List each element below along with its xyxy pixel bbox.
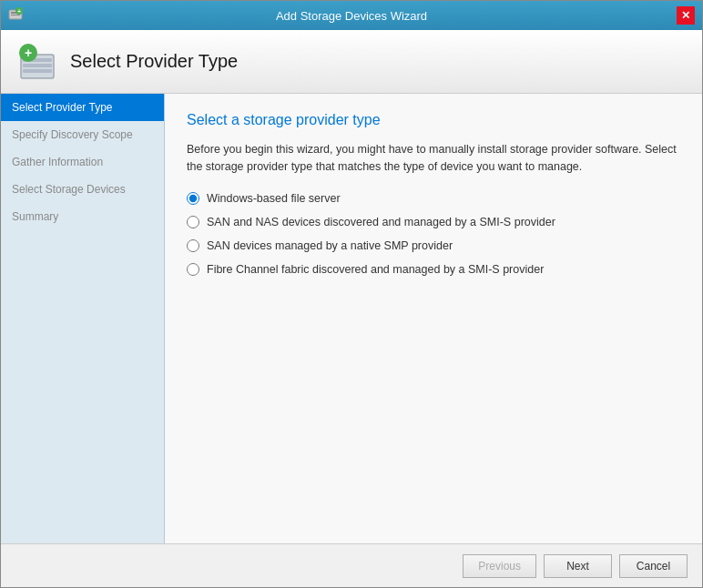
wizard-sidebar: Select Provider Type Specify Discovery S… bbox=[1, 94, 165, 543]
svg-rect-2 bbox=[11, 15, 20, 15]
radio-windows-file-server[interactable] bbox=[187, 192, 199, 205]
sidebar-item-discovery-scope: Specify Discovery Scope bbox=[1, 121, 164, 148]
cancel-button[interactable]: Cancel bbox=[619, 554, 688, 578]
close-button[interactable]: ✕ bbox=[677, 6, 695, 25]
radio-option-san-smp[interactable]: SAN devices managed by a native SMP prov… bbox=[187, 239, 680, 252]
page-title: Select Provider Type bbox=[70, 51, 238, 72]
sidebar-item-select-provider[interactable]: Select Provider Type bbox=[1, 94, 164, 121]
wizard-window: + Add Storage Devices Wizard ✕ + Select … bbox=[0, 0, 703, 588]
sidebar-item-gather-info: Gather Information bbox=[1, 148, 164, 176]
content-area: Select a storage provider type Before yo… bbox=[165, 94, 702, 543]
sidebar-item-storage-devices: Select Storage Devices bbox=[1, 176, 164, 203]
content-title: Select a storage provider type bbox=[187, 112, 680, 128]
svg-rect-8 bbox=[23, 69, 52, 73]
sidebar-item-summary: Summary bbox=[1, 203, 164, 230]
svg-text:+: + bbox=[25, 46, 32, 60]
radio-san-smp[interactable] bbox=[187, 239, 199, 252]
wizard-footer: Previous Next Cancel bbox=[1, 543, 702, 587]
radio-option-fibre[interactable]: Fibre Channel fabric discovered and mana… bbox=[187, 263, 680, 276]
radio-fibre-channel[interactable] bbox=[187, 263, 199, 276]
radio-option-windows[interactable]: Windows-based file server bbox=[187, 192, 680, 205]
provider-type-radio-group: Windows-based file server SAN and NAS de… bbox=[187, 192, 680, 276]
radio-fibre-label[interactable]: Fibre Channel fabric discovered and mana… bbox=[207, 263, 544, 276]
next-button[interactable]: Next bbox=[544, 554, 612, 578]
previous-button[interactable]: Previous bbox=[463, 554, 536, 578]
content-description: Before you begin this wizard, you might … bbox=[187, 141, 680, 176]
radio-option-san-nas[interactable]: SAN and NAS devices discovered and manag… bbox=[187, 216, 680, 228]
radio-san-smp-label[interactable]: SAN devices managed by a native SMP prov… bbox=[207, 239, 453, 252]
radio-windows-label[interactable]: Windows-based file server bbox=[207, 192, 341, 205]
title-bar-icon: + bbox=[8, 6, 26, 25]
radio-san-nas-label[interactable]: SAN and NAS devices discovered and manag… bbox=[207, 216, 555, 228]
wizard-header: + Select Provider Type bbox=[1, 30, 702, 94]
radio-san-nas[interactable] bbox=[187, 216, 199, 228]
main-content: Select Provider Type Specify Discovery S… bbox=[1, 94, 702, 543]
svg-text:+: + bbox=[17, 8, 21, 15]
svg-rect-7 bbox=[23, 64, 52, 67]
title-bar: + Add Storage Devices Wizard ✕ bbox=[1, 1, 702, 30]
window-title: Add Storage Devices Wizard bbox=[26, 9, 677, 23]
header-icon: + bbox=[15, 40, 59, 84]
